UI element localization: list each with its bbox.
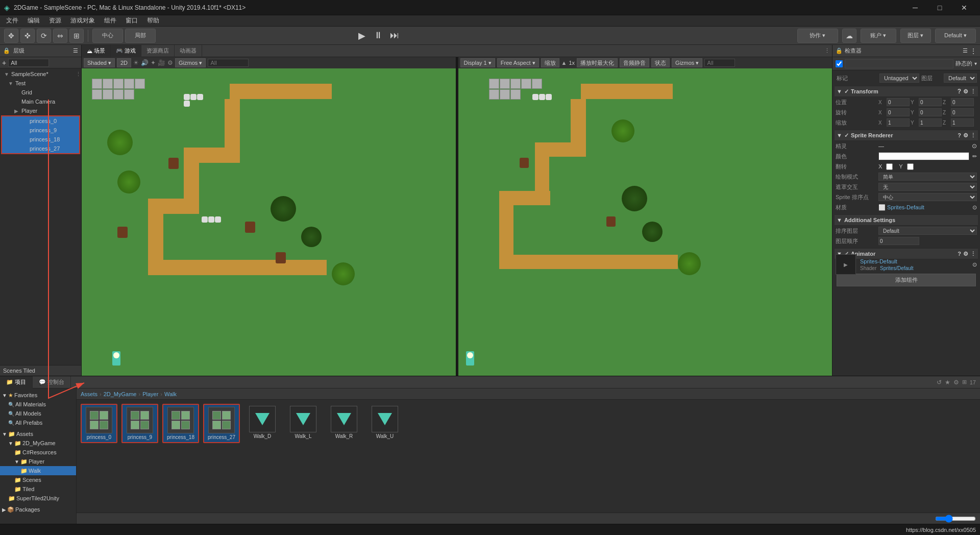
scene-camera-icon[interactable]: 🎥 xyxy=(158,59,165,66)
inspector-dots-icon[interactable]: ⋮ xyxy=(970,47,977,55)
mute-audio-btn[interactable]: 音频静音 xyxy=(620,58,649,67)
material-select-icon[interactable]: ⊙ xyxy=(972,204,977,211)
game-search-input[interactable] xyxy=(704,59,735,67)
favorites-item[interactable]: ▼ ★ Favorites xyxy=(0,391,76,400)
close-button[interactable]: ✕ xyxy=(952,0,976,15)
mask-dropdown[interactable]: 无 xyxy=(878,183,977,191)
asset-princess27[interactable]: princess_27 xyxy=(203,404,240,443)
transform-menu-icon[interactable]: ⋮ xyxy=(970,88,976,95)
asset-princess18[interactable]: princess_18 xyxy=(162,404,199,443)
all-prefabs-item[interactable]: 🔍 All Prefabs xyxy=(0,418,76,427)
flip-x-checkbox[interactable] xyxy=(886,163,893,170)
maximize-button[interactable]: □ xyxy=(928,0,951,15)
tab-assetstore[interactable]: 资源商店 xyxy=(141,45,175,57)
scale-x-input[interactable] xyxy=(887,118,910,127)
flip-y-checkbox[interactable] xyxy=(907,163,914,170)
stats-btn[interactable]: 状态 xyxy=(651,58,670,67)
tag-dropdown[interactable]: Untagged xyxy=(879,74,919,83)
step-button[interactable]: ⏭ xyxy=(387,29,402,43)
shading-mode-btn[interactable]: Shaded ▾ xyxy=(84,58,115,67)
color-eyedropper-icon[interactable]: ✏ xyxy=(972,153,977,160)
scene-menu-icon[interactable]: ⋮ xyxy=(76,71,81,78)
tree-item-player[interactable]: ▶ Player xyxy=(0,106,81,115)
sort-layer-dropdown[interactable]: Default xyxy=(878,227,977,235)
pos-x-input[interactable] xyxy=(887,98,910,106)
breadcrumb-player[interactable]: Player xyxy=(142,391,158,397)
layer-dropdown[interactable]: Default xyxy=(944,74,977,83)
anim-menu-icon[interactable]: ⋮ xyxy=(970,251,976,257)
display-btn[interactable]: Display 1 ▾ xyxy=(460,58,495,67)
add-gameobject-btn[interactable]: + xyxy=(2,59,6,67)
tab-scene[interactable]: ⛰ 场景 xyxy=(82,45,111,57)
all-materials-item[interactable]: 🔍 All Materials xyxy=(0,400,76,409)
transform-move-tool[interactable]: ✜ xyxy=(20,29,35,43)
additional-settings-header[interactable]: ▼ Additional Settings xyxy=(835,214,978,226)
transform-rotate-tool[interactable]: ⟳ xyxy=(37,29,51,43)
sr-help-icon[interactable]: ? xyxy=(958,132,961,138)
gizmos-btn[interactable]: Gizmos ▾ xyxy=(672,58,702,67)
project-star-icon[interactable]: ★ xyxy=(945,379,950,386)
scene-search-input[interactable] xyxy=(208,59,249,67)
hierarchy-lock-icon[interactable]: 🔒 xyxy=(3,47,10,54)
scene-gizmos-btn[interactable]: Gizmos ▾ xyxy=(175,58,206,67)
transform-component-header[interactable]: ▼ ✓ Transform ? ⚙ ⋮ xyxy=(835,86,978,97)
minimize-button[interactable]: ─ xyxy=(903,0,927,15)
menu-file[interactable]: 文件 xyxy=(2,15,22,27)
tree-item-maincamera[interactable]: Main Camera xyxy=(0,97,81,106)
scene-canvas[interactable] xyxy=(82,68,456,376)
rot-z-input[interactable] xyxy=(951,108,974,116)
asset-walkr[interactable]: Walk_R xyxy=(326,404,362,443)
asset-walkl[interactable]: Walk_L xyxy=(285,404,322,443)
account-btn[interactable]: 账户 ▾ xyxy=(861,29,896,43)
audio-icon[interactable]: 🔊 xyxy=(141,59,149,66)
csharp-item[interactable]: 📁 C#Resources xyxy=(0,448,76,457)
menu-assets[interactable]: 资源 xyxy=(45,15,65,27)
project-refresh-icon[interactable]: ↺ xyxy=(937,379,942,386)
packages-item[interactable]: ▶ 📦 Packages xyxy=(0,505,76,514)
tree-item-princess0[interactable]: princess_0 xyxy=(2,116,79,126)
tree-item-princess9[interactable]: princess_9 xyxy=(2,126,79,135)
tab-console[interactable]: 💬 控制台 xyxy=(33,376,71,388)
transform-settings-icon[interactable]: ⚙ xyxy=(963,88,968,95)
tree-item-test[interactable]: ▼ Test xyxy=(0,79,81,88)
menu-window[interactable]: 窗口 xyxy=(121,15,142,27)
pos-z-input[interactable] xyxy=(951,98,974,106)
color-field[interactable] xyxy=(878,152,969,160)
2dmygame-item[interactable]: ▼ 📁 2D_MyGame xyxy=(0,439,76,448)
sr-settings-icon[interactable]: ⚙ xyxy=(963,132,968,139)
inspector-menu-icon[interactable]: ☰ xyxy=(963,47,968,54)
scale-y-input[interactable] xyxy=(919,118,942,127)
breadcrumb-walk[interactable]: Walk xyxy=(164,391,177,397)
project-settings-icon[interactable]: ⚙ xyxy=(953,379,959,386)
breadcrumb-2dmygame[interactable]: 2D_MyGame xyxy=(104,391,137,397)
supertiled-item[interactable]: 📁 SuperTiled2Unity xyxy=(0,494,76,503)
inspector-lock-icon[interactable]: 🔒 xyxy=(836,47,843,54)
play-button[interactable]: ▶ xyxy=(355,29,369,43)
pivot-btn[interactable]: 中心 xyxy=(92,29,123,43)
controller-select-icon[interactable]: ⊙ xyxy=(972,261,977,268)
fx-icon[interactable]: ✦ xyxy=(151,59,156,66)
order-input[interactable] xyxy=(878,237,919,245)
active-checkbox[interactable] xyxy=(836,60,843,67)
transform-rect-tool[interactable]: ⊞ xyxy=(69,29,84,43)
tab-game[interactable]: 🎮 游戏 xyxy=(111,45,141,57)
tab-animator[interactable]: 动画器 xyxy=(175,45,202,57)
sort-point-dropdown[interactable]: 中心 xyxy=(878,193,977,201)
collab-btn[interactable]: 协作 ▾ xyxy=(797,29,838,43)
global-btn[interactable]: 局部 xyxy=(125,29,156,43)
2d-btn[interactable]: 2D xyxy=(117,58,131,67)
transform-hand-tool[interactable]: ✥ xyxy=(4,29,18,43)
zoom-slider[interactable] xyxy=(935,515,976,523)
transform-scale-tool[interactable]: ⇔ xyxy=(53,29,67,43)
scale-btn[interactable]: 缩放 xyxy=(541,58,559,67)
assets-item[interactable]: ▼ 📁 Assets xyxy=(0,429,76,439)
asset-walkd[interactable]: Walk_D xyxy=(244,404,281,443)
cloud-btn[interactable]: ☁ xyxy=(842,29,856,43)
view-options-icon[interactable]: ⋮ xyxy=(824,47,830,54)
aspect-btn[interactable]: Free Aspect ▾ xyxy=(497,58,539,67)
player-item[interactable]: ▼ 📁 Player xyxy=(0,457,76,466)
menu-help[interactable]: 帮助 xyxy=(143,15,163,27)
static-dropdown-icon[interactable]: ▾ xyxy=(974,61,977,66)
scale-z-input[interactable] xyxy=(951,118,974,127)
tiled-item[interactable]: 📁 Tiled xyxy=(0,484,76,494)
